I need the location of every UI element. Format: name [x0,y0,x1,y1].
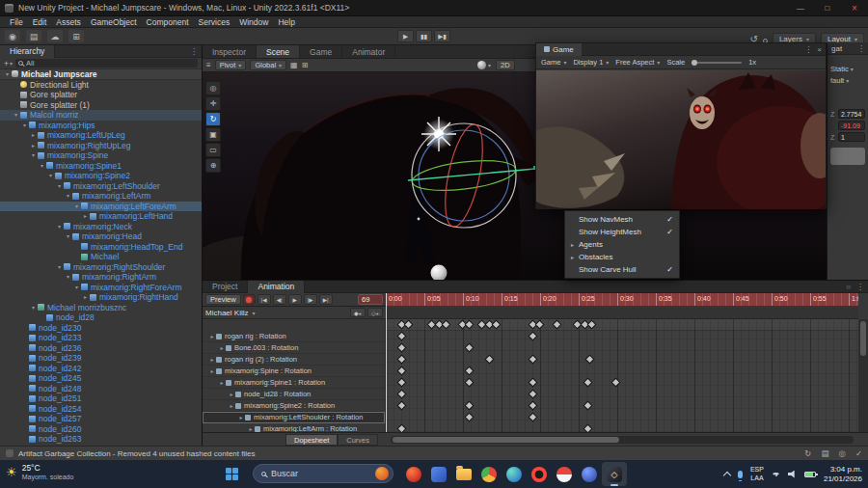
fold-arrow-icon[interactable]: ▾ [3,69,12,79]
grid-snap-icon[interactable]: ▦ [290,61,298,69]
status-message[interactable]: Artifact Garbage Collection - Removed 4 … [18,449,255,458]
timeline-ruler[interactable]: 0:000:050:100:150:200:250:300:350:400:45… [386,293,858,307]
keyframe-diamond[interactable] [584,402,591,409]
fold-arrow-icon[interactable]: ▸ [228,402,235,409]
fold-arrow-icon[interactable]: ▾ [29,303,38,313]
hierarchy-item-node-id254[interactable]: node_id254 [0,404,202,415]
tray-chevron-icon[interactable] [723,472,731,479]
keyframe-diamond[interactable] [466,344,473,351]
pause-button[interactable]: ▮▮ [416,30,432,42]
goto-start-button[interactable]: |◀ [258,294,271,305]
animation-track-mixamorig-leftshoulder-rotation[interactable]: ▸mixamorig:LeftShoulder : Rotation [203,412,385,423]
taskbar-app-explorer[interactable] [451,462,476,486]
fold-arrow-icon[interactable]: ▸ [29,130,38,141]
goto-end-button[interactable]: ▶| [319,294,333,305]
fold-arrow-icon[interactable]: ▾ [55,222,64,232]
play-button[interactable]: ▶ [397,30,414,42]
menu-services[interactable]: Services [194,17,235,27]
hierarchy-item-node-id257[interactable]: node_id257 [0,414,202,424]
menu-help[interactable]: Help [273,17,299,27]
hierarchy-item-node-id260[interactable]: node_id260 [0,424,202,435]
menu-gameobject[interactable]: GameObject [86,17,142,27]
2d-toggle-button[interactable]: 2D [496,60,515,70]
increment-snap-icon[interactable]: ⊞ [302,61,309,69]
fold-arrow-icon[interactable]: ▸ [218,379,226,386]
taskbar-search-input[interactable]: Buscar [253,464,393,483]
display-dropdown[interactable]: Display 1 ▾ [573,58,609,67]
keyframe-diamond[interactable] [529,379,536,386]
hierarchy-item-michael[interactable]: Michael [0,252,202,262]
keyframe-diamond[interactable] [398,356,405,363]
hierarchy-item-mixamorig-rightforearm[interactable]: ▾mixamorig:RightForeArm [0,283,202,293]
aspect-dropdown[interactable]: Free Aspect ▾ [615,58,660,67]
fold-arrow-icon[interactable]: ▸ [208,333,216,339]
keyframe-diamond[interactable] [398,402,405,409]
tab-scene[interactable]: Scene [257,45,300,58]
keyframe-diamond[interactable] [466,414,473,420]
activity-icon[interactable]: ◎ [838,448,845,458]
scale-slider[interactable] [692,62,742,64]
rotate-tool[interactable]: ↻ [205,112,221,126]
inspector-button[interactable] [830,148,865,165]
menu-assets[interactable]: Assets [51,17,86,27]
taskbar-app-chrome[interactable] [476,462,502,486]
preview-button[interactable]: Preview [205,294,241,305]
hierarchy-item-mixamorig-spine1[interactable]: ▾mixamorig:Spine1 [0,161,202,172]
grid-tool-icon[interactable]: ⊞ [68,30,84,42]
clip-dropdown[interactable]: Michael Killz ▾ [205,309,255,317]
keyframe-diamond[interactable] [586,356,593,363]
lock-icon[interactable]: ○ [846,283,851,291]
next-key-button[interactable]: |▶ [304,294,317,305]
wifi-icon[interactable] [772,473,780,479]
hierarchy-item-gore-splatter[interactable]: Gore splatter [0,90,202,100]
services-icon[interactable]: ▤ [26,30,41,42]
fold-arrow-icon[interactable]: ▾ [20,121,29,131]
keyframe-diamond[interactable] [529,391,536,397]
pivot-dropdown[interactable]: Pivot ▾ [215,60,247,70]
animation-track-node-id28-rotation[interactable]: ▸node_id28 : Rotation [203,389,385,400]
fold-arrow-icon[interactable]: ▾ [55,181,64,192]
navmesh-option-show-heightmesh[interactable]: Show HeightMesh✓ [565,226,679,238]
fold-arrow-icon[interactable]: ▸ [81,211,90,222]
frame-number-field[interactable]: 69 [358,294,383,305]
navmesh-option-show-navmesh[interactable]: Show NavMesh✓ [565,213,679,226]
global-dropdown[interactable]: Global ▾ [250,60,286,70]
transform-tool[interactable]: ⊕ [205,158,221,173]
layer-dropdown[interactable]: fault ▾ [827,74,868,86]
tab-game[interactable]: Game [536,43,582,56]
taskbar-app-opera[interactable] [527,462,552,486]
clipped-tab-label[interactable]: gat [831,44,842,53]
scale-tool[interactable]: ▣ [205,127,221,142]
hierarchy-item-mixamorig-neck[interactable]: ▾mixamorig:Neck [0,222,202,232]
animation-track-bone-003-rotation[interactable]: ▸Bone.003 : Rotation [203,342,385,354]
step-button[interactable]: ▶▮ [434,30,450,42]
language-indicator[interactable]: ESP LAA [750,466,764,482]
navmesh-option-obstacles[interactable]: ▸Obstacles [565,251,679,263]
tab-animator[interactable]: Animator [342,45,395,58]
cloud-icon[interactable]: ☁ [47,30,63,42]
fold-arrow-icon[interactable]: ▾ [29,150,38,161]
fold-arrow-icon[interactable]: ▸ [237,414,245,420]
fold-arrow-icon[interactable]: ▸ [29,141,38,151]
add-gameobject-button[interactable]: +▾ [4,59,13,68]
hierarchy-item-node-id263[interactable]: node_id263 [0,434,202,445]
hierarchy-item-node-id233[interactable]: node_id233 [0,333,202,343]
animation-track-mixamorig-spine2-rotation[interactable]: ▸mixamorig:Spine2 : Rotation [203,400,385,412]
move-tool[interactable]: ✛ [205,96,221,111]
fold-arrow-icon[interactable]: ▾ [12,110,20,121]
tab-game[interactable]: Game [300,45,342,58]
fold-arrow-icon[interactable]: ▸ [247,425,255,432]
keyframe-diamond[interactable] [398,379,405,386]
taskbar-app-blue[interactable] [426,462,451,486]
hierarchy-item-mixamorig-head[interactable]: ▾mixamorig:Head [0,231,202,242]
keyframe-diamond[interactable] [398,425,405,432]
keyframe-diamond[interactable] [398,344,405,351]
keyframe-diamond[interactable] [466,379,473,386]
menu-window[interactable]: Window [234,17,273,27]
animation-track-mixamorig-spine1-rotation[interactable]: ▸mixamorig:Spine1 : Rotation [203,377,385,389]
fold-arrow-icon[interactable]: ▸ [218,344,226,351]
add-event-button[interactable]: ◇+ [367,308,383,317]
record-button[interactable] [243,294,256,305]
hierarchy-item-node-id230[interactable]: node_id230 [0,323,202,334]
add-keyframe-button[interactable]: ◆+ [350,308,366,317]
